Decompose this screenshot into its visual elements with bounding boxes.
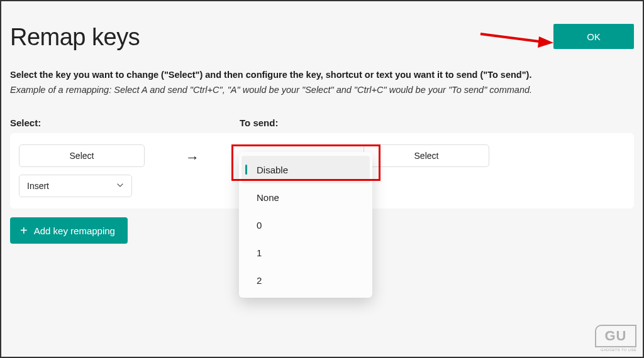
dropdown-option-1[interactable]: 1	[242, 239, 370, 266]
page-title: Remap keys	[10, 24, 140, 51]
physical-key-select-button[interactable]: Select	[19, 144, 145, 167]
dropdown-option-none[interactable]: None	[242, 183, 370, 211]
physical-key-dropdown[interactable]: Insert	[19, 175, 132, 197]
watermark-text: GADGETS TO USE	[595, 348, 636, 352]
example-text: Example of a remapping: Select A and sen…	[10, 85, 634, 95]
watermark: GU GADGETS TO USE	[595, 325, 636, 352]
tosend-column-header: To send:	[240, 117, 278, 128]
watermark-logo: GU	[595, 325, 636, 347]
mapped-key-dropdown-flyout[interactable]: Disable None 0 1 2	[239, 152, 372, 298]
ok-button[interactable]: OK	[553, 24, 634, 49]
add-key-remapping-button[interactable]: + Add key remapping	[10, 217, 128, 244]
arrow-icon: →	[155, 144, 230, 166]
mapped-key-select-button[interactable]: Select	[364, 144, 489, 167]
add-button-label: Add key remapping	[34, 225, 115, 236]
dropdown-option-0[interactable]: 0	[242, 211, 370, 239]
plus-icon: +	[20, 224, 28, 238]
chevron-down-icon	[116, 182, 124, 191]
dropdown-option-2[interactable]: 2	[242, 266, 370, 294]
instruction-text: Select the key you want to change ("Sele…	[10, 70, 634, 80]
physical-key-dropdown-value: Insert	[27, 181, 49, 191]
dropdown-option-disable[interactable]: Disable	[242, 156, 370, 183]
select-column-header: Select:	[10, 117, 240, 128]
